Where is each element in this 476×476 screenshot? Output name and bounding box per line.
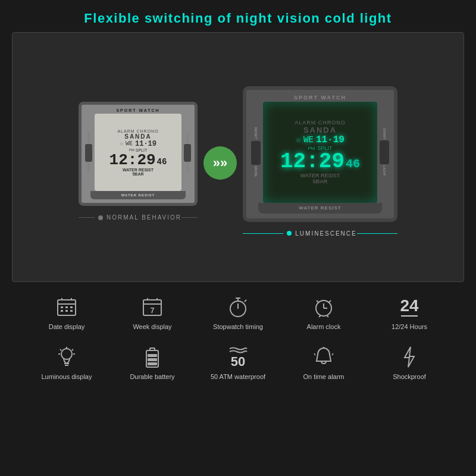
normal-date: 11·19 xyxy=(135,140,156,148)
normal-time: 12:29 xyxy=(109,152,156,168)
feature-date-label: Date display xyxy=(49,322,85,331)
mode-label: MODE xyxy=(87,163,90,172)
calendar-grid-icon xyxy=(56,295,77,319)
normal-seconds: 46 xyxy=(157,157,167,167)
normal-label-dot xyxy=(98,215,103,220)
svg-line-26 xyxy=(327,315,328,317)
svg-rect-9 xyxy=(70,310,73,312)
normal-bottom-band: WATER RESIST xyxy=(90,191,186,199)
svg-rect-40 xyxy=(148,358,157,361)
svg-line-32 xyxy=(60,349,61,350)
normal-label-row: NORMAL BEHAVIOR xyxy=(79,211,198,224)
svg-line-24 xyxy=(328,300,331,303)
glow-reset-label: RESET xyxy=(254,127,258,139)
svg-line-19 xyxy=(245,300,246,302)
glow-mode-label: MODE xyxy=(254,166,258,177)
glow-bottom-band: WATER RESIST xyxy=(258,203,383,214)
glow-sanda: SANDA xyxy=(303,126,337,134)
feature-hours-label: 12/24 Hours xyxy=(392,322,427,331)
feature-luminous: Luminous display xyxy=(31,345,102,381)
page-wrapper: Flexible switching of night vision cold … xyxy=(0,0,476,476)
feature-date-display: Date display xyxy=(31,295,102,331)
normal-sport-label: SPORT WATCH xyxy=(116,108,159,112)
feature-shockproof-label: Shockproof xyxy=(393,372,426,381)
svg-rect-41 xyxy=(148,354,157,357)
reset-label: RESET xyxy=(87,133,90,143)
reset-button[interactable] xyxy=(85,144,92,162)
feature-battery-label: Durable battery xyxy=(130,372,174,381)
feature-alarm-clock: Alarm clock xyxy=(288,295,359,331)
start-label: START xyxy=(186,133,189,143)
glow-label-dot xyxy=(287,231,292,236)
comparison-wrapper: SPORT WATCH RESET MODE ALARM CHRONO SAND… xyxy=(24,45,452,281)
glow-day: WE xyxy=(303,135,314,145)
light-label: LIGHT xyxy=(186,163,189,172)
normal-water1: WATER RESIST xyxy=(123,168,154,172)
normal-watch-body: RESET MODE ALARM CHRONO SANDA ☆ WE 11·19 xyxy=(85,114,191,191)
forward-arrow: »» xyxy=(203,146,237,180)
glow-watch-panel: SPORT WATCH RESET MODE ALARM CHRONO SAND… xyxy=(243,86,397,240)
normal-time-row: 12:29 46 xyxy=(109,152,167,168)
alarm-clock-icon xyxy=(313,295,334,319)
24h-text: 24 xyxy=(400,298,418,314)
svg-rect-8 xyxy=(65,310,68,312)
svg-rect-4 xyxy=(61,306,63,308)
normal-day: WE xyxy=(126,140,133,147)
svg-rect-7 xyxy=(61,310,63,312)
svg-rect-5 xyxy=(65,306,68,308)
normal-day-row: ☆ WE 11·19 xyxy=(98,140,178,148)
glow-watch-body: RESET MODE ALARM CHRONO SANDA ☆ WE 11·19 xyxy=(251,102,389,203)
bell-icon xyxy=(313,345,334,369)
main-title: Flexible switching of night vision cold … xyxy=(12,11,464,26)
24h-underline xyxy=(401,315,418,317)
glow-water2: 5BAR xyxy=(313,178,328,184)
glow-time-row: 12:29 46 xyxy=(280,151,360,173)
feature-stopwatch-label: Stopwatch timing xyxy=(213,322,263,331)
normal-water2: 5BAR xyxy=(132,172,143,176)
50atm-icon: 50 xyxy=(228,345,248,369)
start-button[interactable] xyxy=(184,144,191,162)
glow-label-line-left xyxy=(243,233,283,234)
glow-screen: ALARM CHRONO SANDA ☆ WE 11·19 PM SPLIT xyxy=(263,102,377,203)
svg-line-25 xyxy=(319,315,321,317)
svg-line-23 xyxy=(317,300,319,303)
feature-week-display: 7 Week display xyxy=(117,295,188,331)
features-section: Date display 7 Week display xyxy=(12,288,464,389)
glow-day-row: ☆ WE 11·19 xyxy=(267,134,374,145)
glow-watch: SPORT WATCH RESET MODE ALARM CHRONO SAND… xyxy=(243,86,397,222)
normal-sanda: SANDA xyxy=(124,133,152,140)
glow-water1: WATER RESIST xyxy=(300,173,340,178)
normal-alarm-row: ALARM CHRONO xyxy=(117,129,158,133)
svg-line-44 xyxy=(314,353,315,355)
feature-battery: Durable battery xyxy=(117,345,188,381)
feature-hours: 24 12/24 Hours xyxy=(374,295,445,331)
24h-icon: 24 xyxy=(400,295,418,319)
glow-alarm-row: ALARM CHRONO xyxy=(295,120,346,126)
feature-on-time-alarm-label: On time alarm xyxy=(303,372,344,381)
glow-start-button[interactable] xyxy=(380,140,389,164)
svg-line-33 xyxy=(72,349,73,350)
feature-waterproof: 50 50 ATM waterproof xyxy=(202,345,274,381)
glow-label-text: LUMINESCENCE xyxy=(295,230,356,237)
battery-icon xyxy=(144,345,161,369)
feature-week-label: Week display xyxy=(133,322,171,331)
comparison-section: SPORT WATCH RESET MODE ALARM CHRONO SAND… xyxy=(12,32,464,282)
glow-start-label: START xyxy=(383,128,386,139)
glow-reset-button[interactable] xyxy=(251,141,261,165)
glow-seconds: 46 xyxy=(346,157,360,171)
bulb-icon xyxy=(56,345,77,369)
lightning-icon xyxy=(401,345,418,369)
stopwatch-icon xyxy=(227,295,249,319)
title-section: Flexible switching of night vision cold … xyxy=(0,0,476,32)
features-row-1: Date display 7 Week display xyxy=(12,288,464,338)
svg-point-27 xyxy=(61,349,72,359)
feature-waterproof-label: 50 ATM waterproof xyxy=(211,372,265,381)
features-row-2: Luminous display Durable battery xyxy=(12,338,464,388)
calendar-7-icon: 7 xyxy=(142,295,163,319)
svg-text:7: 7 xyxy=(150,306,154,315)
feature-alarm-label: Alarm clock xyxy=(307,322,341,331)
normal-label-line-right xyxy=(181,217,198,218)
arrow-divider: »» xyxy=(203,45,237,281)
glow-time: 12:29 xyxy=(280,151,345,173)
normal-watch: SPORT WATCH RESET MODE ALARM CHRONO SAND… xyxy=(79,102,198,206)
